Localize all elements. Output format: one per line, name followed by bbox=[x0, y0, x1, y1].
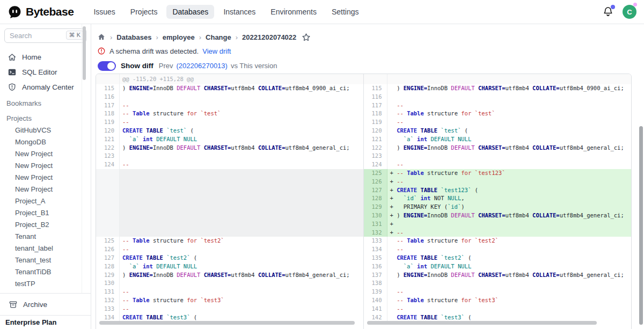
breadcrumb-home-icon[interactable] bbox=[97, 33, 106, 41]
project-list: GitHubVCSMongoDBNew ProjectNew ProjectNe… bbox=[0, 125, 91, 293]
horizontal-scrollbar-left[interactable] bbox=[99, 321, 355, 325]
diff-line: 125-- Table structure for `test2` bbox=[96, 237, 363, 245]
sidebar-item-label: Anomaly Center bbox=[22, 83, 74, 91]
avatar[interactable]: C bbox=[623, 5, 636, 19]
diff-line: 138 bbox=[364, 279, 632, 288]
nav-item-issues[interactable]: Issues bbox=[87, 5, 121, 19]
breadcrumb-item[interactable]: Change bbox=[206, 33, 231, 41]
diff-line bbox=[96, 169, 363, 237]
nav-item-instances[interactable]: Instances bbox=[217, 5, 261, 19]
diff-line: 116 bbox=[364, 93, 632, 101]
diff-line: 140 -- Table structure for `test3` bbox=[364, 296, 632, 305]
sidebar-project-item[interactable]: New Project bbox=[0, 184, 91, 195]
diff-line: 139 -- bbox=[364, 288, 632, 296]
diff-line: 127+ CREATE TABLE `test123` ( bbox=[364, 186, 632, 195]
notification-dot bbox=[611, 5, 615, 9]
sidebar-project-item[interactable]: New Project bbox=[0, 160, 91, 172]
diff-line: 117 -- bbox=[364, 101, 632, 110]
alert-circle-icon bbox=[97, 47, 106, 55]
diff-line: 130+ ) ENGINE=InnoDB DEFAULT CHARSET=utf… bbox=[364, 211, 632, 220]
diff-rows-right: 115 ) ENGINE=InnoDB DEFAULT CHARSET=utf8… bbox=[364, 74, 632, 321]
sidebar-item-sql-editor[interactable]: SQL Editor bbox=[0, 64, 91, 79]
avatar-status-dot bbox=[633, 3, 637, 6]
diff-line: 123 bbox=[96, 152, 363, 160]
star-icon[interactable] bbox=[302, 33, 311, 42]
diff-line: 117-- bbox=[96, 101, 363, 110]
sidebar-scrollbar-thumb[interactable] bbox=[83, 26, 86, 80]
diff-line: 134 -- bbox=[364, 245, 632, 254]
diff-line: 128+ `id` int NOT NULL, bbox=[364, 194, 632, 203]
diff-line: 125+ -- Table structure for `test123` bbox=[364, 169, 632, 178]
diff-line: 129+ PRIMARY KEY (`id`) bbox=[364, 203, 632, 211]
show-diff-label: Show diff bbox=[121, 62, 153, 70]
diff-line: 120 CREATE TABLE `test` ( bbox=[364, 127, 632, 135]
bytebase-logo-icon bbox=[8, 5, 22, 19]
diff-line: 130 bbox=[96, 279, 363, 288]
diff-line: 135 CREATE TABLE `test2` ( bbox=[364, 254, 632, 262]
diff-line: 132+ -- bbox=[364, 229, 632, 237]
nav-item-projects[interactable]: Projects bbox=[125, 5, 164, 19]
diff-line: 119 -- bbox=[364, 118, 632, 127]
sidebar-item-archive[interactable]: Archive bbox=[0, 297, 91, 312]
breadcrumb-item[interactable]: 20221202074022 bbox=[242, 33, 296, 41]
anomaly-shield-icon bbox=[8, 83, 17, 92]
diff-line: @@ -115,20 +115,28 @@ bbox=[96, 74, 363, 84]
sidebar-project-item[interactable]: Project_B2 bbox=[0, 219, 91, 231]
show-diff-toggle[interactable] bbox=[98, 61, 116, 71]
diff-line: 132-- Table structure for `test3` bbox=[96, 296, 363, 305]
sidebar-project-item[interactable]: Project_B1 bbox=[0, 207, 91, 219]
search-box: ⌘ K bbox=[4, 28, 86, 43]
nav-item-settings[interactable]: Settings bbox=[326, 5, 365, 19]
sidebar-project-item[interactable]: GitHubVCS bbox=[0, 125, 91, 136]
breadcrumb-item[interactable]: Databases bbox=[116, 33, 151, 41]
diff-line bbox=[364, 74, 632, 84]
sidebar-item-anomaly-center[interactable]: Anomaly Center bbox=[0, 79, 91, 94]
diff-line: 137 ) ENGINE=InnoDB DEFAULT CHARSET=utf8… bbox=[364, 271, 632, 280]
breadcrumb: ›Databases›employee›Change›2022120207402… bbox=[91, 24, 644, 42]
avatar-wrap: C bbox=[623, 5, 636, 19]
sidebar-project-item[interactable]: Tenant bbox=[0, 231, 91, 243]
breadcrumb-separator: › bbox=[236, 33, 238, 41]
sidebar-project-item[interactable]: Tenant_test bbox=[0, 254, 91, 266]
search-shortcut-badge: ⌘ K bbox=[66, 31, 84, 40]
sidebar-project-item[interactable]: testTP bbox=[0, 278, 91, 290]
brand[interactable]: Bytebase bbox=[8, 5, 74, 19]
diff-line: 127CREATE TABLE `test2` ( bbox=[96, 254, 363, 262]
sidebar-item-label: SQL Editor bbox=[22, 68, 57, 76]
breadcrumb-separator: › bbox=[199, 33, 201, 41]
diff-line: 129) ENGINE=InnoDB DEFAULT CHARSET=utf8m… bbox=[96, 271, 363, 280]
notification-bell-button[interactable] bbox=[602, 6, 614, 18]
top-navbar: Bytebase IssuesProjectsDatabasesInstance… bbox=[0, 0, 644, 24]
sidebar-section-projects[interactable]: Projects bbox=[0, 109, 91, 125]
sidebar-item-home[interactable]: Home bbox=[0, 49, 91, 64]
sidebar-project-item[interactable]: tenant_label bbox=[0, 243, 91, 254]
sidebar-project-item[interactable]: TiDB Cloud bbox=[0, 290, 91, 293]
drift-warning: A schema drift was detected. View drift bbox=[91, 42, 644, 56]
view-drift-link[interactable]: View drift bbox=[202, 47, 231, 55]
diff-line: 141 -- bbox=[364, 305, 632, 313]
horizontal-scrollbar-right[interactable] bbox=[367, 321, 597, 325]
breadcrumb-item[interactable]: employee bbox=[163, 33, 195, 41]
prev-version-link[interactable]: (202206270013) bbox=[176, 62, 227, 70]
sidebar-scroll-area: ⌘ K Home SQL Editor Anomaly Center Bookm… bbox=[0, 24, 91, 293]
diff-line: 116 bbox=[96, 93, 363, 101]
page-vertical-scrollbar[interactable] bbox=[639, 126, 643, 325]
diff-line: 122 ) ENGINE=InnoDB DEFAULT CHARSET=utf8… bbox=[364, 144, 632, 152]
sidebar-project-item[interactable]: New Project bbox=[0, 148, 91, 160]
sidebar-project-item[interactable]: TenantTiDB bbox=[0, 266, 91, 278]
sidebar-section-bookmarks[interactable]: Bookmarks bbox=[0, 94, 91, 109]
sidebar-project-item[interactable]: Project_A bbox=[0, 195, 91, 207]
diff-line: 128 `a` int DEFAULT NULL bbox=[96, 262, 363, 271]
schema-diff-view: @@ -115,20 +115,28 @@115) ENGINE=InnoDB … bbox=[96, 74, 632, 329]
diff-line: 122) ENGINE=InnoDB DEFAULT CHARSET=utf8m… bbox=[96, 144, 363, 152]
nav-item-environments[interactable]: Environments bbox=[265, 5, 323, 19]
sidebar-project-item[interactable]: MongoDB bbox=[0, 136, 91, 148]
sidebar-project-item[interactable]: New Project bbox=[0, 172, 91, 184]
nav-item-databases[interactable]: Databases bbox=[166, 5, 214, 19]
diff-line: 133 -- Table structure for `test2` bbox=[364, 237, 632, 245]
sidebar-archive-section: Archive bbox=[0, 293, 91, 315]
brand-name: Bytebase bbox=[26, 5, 74, 18]
diff-panel-previous: @@ -115,20 +115,28 @@115) ENGINE=InnoDB … bbox=[96, 74, 364, 329]
diff-line: 123 bbox=[364, 152, 632, 160]
diff-line: 126+ -- bbox=[364, 178, 632, 186]
